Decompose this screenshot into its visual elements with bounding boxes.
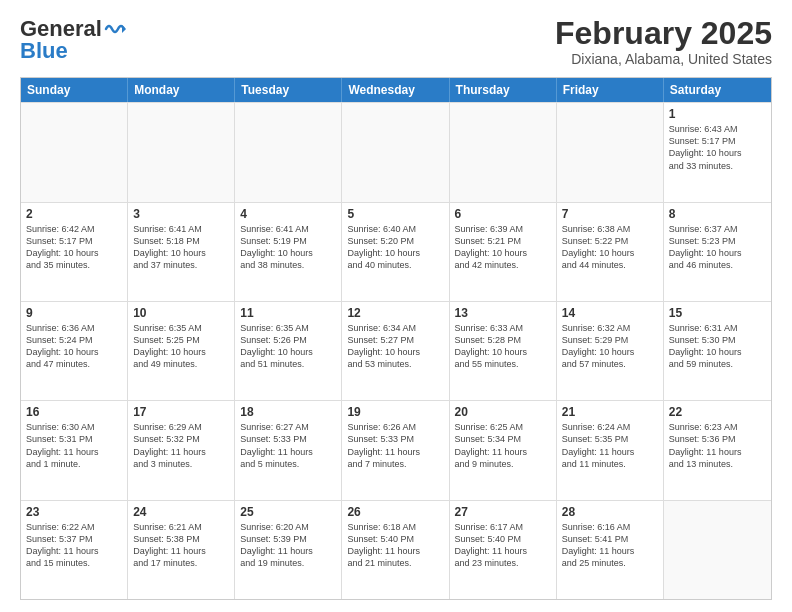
weekday-thursday: Thursday [450, 78, 557, 102]
cal-cell-r4-c7: 22Sunrise: 6:23 AM Sunset: 5:36 PM Dayli… [664, 401, 771, 499]
day-info: Sunrise: 6:39 AM Sunset: 5:21 PM Dayligh… [455, 223, 551, 272]
day-info: Sunrise: 6:41 AM Sunset: 5:19 PM Dayligh… [240, 223, 336, 272]
cal-cell-r1-c7: 1Sunrise: 6:43 AM Sunset: 5:17 PM Daylig… [664, 103, 771, 201]
day-info: Sunrise: 6:22 AM Sunset: 5:37 PM Dayligh… [26, 521, 122, 570]
day-info: Sunrise: 6:24 AM Sunset: 5:35 PM Dayligh… [562, 421, 658, 470]
day-number: 19 [347, 405, 443, 419]
cal-cell-r3-c4: 12Sunrise: 6:34 AM Sunset: 5:27 PM Dayli… [342, 302, 449, 400]
cal-cell-r5-c3: 25Sunrise: 6:20 AM Sunset: 5:39 PM Dayli… [235, 501, 342, 599]
day-info: Sunrise: 6:43 AM Sunset: 5:17 PM Dayligh… [669, 123, 766, 172]
day-info: Sunrise: 6:33 AM Sunset: 5:28 PM Dayligh… [455, 322, 551, 371]
cal-cell-r5-c5: 27Sunrise: 6:17 AM Sunset: 5:40 PM Dayli… [450, 501, 557, 599]
weekday-tuesday: Tuesday [235, 78, 342, 102]
cal-row-1: 1Sunrise: 6:43 AM Sunset: 5:17 PM Daylig… [21, 102, 771, 201]
day-number: 26 [347, 505, 443, 519]
day-number: 5 [347, 207, 443, 221]
day-number: 14 [562, 306, 658, 320]
day-number: 8 [669, 207, 766, 221]
day-number: 22 [669, 405, 766, 419]
day-number: 17 [133, 405, 229, 419]
day-number: 25 [240, 505, 336, 519]
cal-cell-r1-c6 [557, 103, 664, 201]
cal-cell-r1-c1 [21, 103, 128, 201]
day-number: 18 [240, 405, 336, 419]
cal-cell-r2-c6: 7Sunrise: 6:38 AM Sunset: 5:22 PM Daylig… [557, 203, 664, 301]
weekday-friday: Friday [557, 78, 664, 102]
day-number: 9 [26, 306, 122, 320]
cal-row-3: 9Sunrise: 6:36 AM Sunset: 5:24 PM Daylig… [21, 301, 771, 400]
cal-cell-r1-c5 [450, 103, 557, 201]
cal-cell-r5-c2: 24Sunrise: 6:21 AM Sunset: 5:38 PM Dayli… [128, 501, 235, 599]
cal-cell-r1-c4 [342, 103, 449, 201]
logo-wave-icon [104, 21, 126, 37]
cal-row-5: 23Sunrise: 6:22 AM Sunset: 5:37 PM Dayli… [21, 500, 771, 599]
weekday-sunday: Sunday [21, 78, 128, 102]
cal-cell-r3-c3: 11Sunrise: 6:35 AM Sunset: 5:26 PM Dayli… [235, 302, 342, 400]
day-info: Sunrise: 6:40 AM Sunset: 5:20 PM Dayligh… [347, 223, 443, 272]
day-info: Sunrise: 6:17 AM Sunset: 5:40 PM Dayligh… [455, 521, 551, 570]
logo-blue-text: Blue [20, 38, 68, 64]
day-info: Sunrise: 6:23 AM Sunset: 5:36 PM Dayligh… [669, 421, 766, 470]
day-number: 13 [455, 306, 551, 320]
cal-cell-r3-c2: 10Sunrise: 6:35 AM Sunset: 5:25 PM Dayli… [128, 302, 235, 400]
cal-cell-r4-c4: 19Sunrise: 6:26 AM Sunset: 5:33 PM Dayli… [342, 401, 449, 499]
svg-marker-0 [122, 25, 126, 33]
cal-cell-r4-c2: 17Sunrise: 6:29 AM Sunset: 5:32 PM Dayli… [128, 401, 235, 499]
cal-cell-r1-c2 [128, 103, 235, 201]
cal-cell-r4-c3: 18Sunrise: 6:27 AM Sunset: 5:33 PM Dayli… [235, 401, 342, 499]
day-info: Sunrise: 6:37 AM Sunset: 5:23 PM Dayligh… [669, 223, 766, 272]
day-info: Sunrise: 6:41 AM Sunset: 5:18 PM Dayligh… [133, 223, 229, 272]
day-number: 2 [26, 207, 122, 221]
day-number: 1 [669, 107, 766, 121]
day-number: 24 [133, 505, 229, 519]
logo: General Blue [20, 16, 126, 64]
day-number: 23 [26, 505, 122, 519]
day-info: Sunrise: 6:32 AM Sunset: 5:29 PM Dayligh… [562, 322, 658, 371]
cal-row-2: 2Sunrise: 6:42 AM Sunset: 5:17 PM Daylig… [21, 202, 771, 301]
day-number: 21 [562, 405, 658, 419]
day-info: Sunrise: 6:18 AM Sunset: 5:40 PM Dayligh… [347, 521, 443, 570]
weekday-monday: Monday [128, 78, 235, 102]
cal-cell-r3-c1: 9Sunrise: 6:36 AM Sunset: 5:24 PM Daylig… [21, 302, 128, 400]
cal-cell-r5-c7 [664, 501, 771, 599]
cal-cell-r3-c5: 13Sunrise: 6:33 AM Sunset: 5:28 PM Dayli… [450, 302, 557, 400]
location: Dixiana, Alabama, United States [555, 51, 772, 67]
cal-cell-r3-c7: 15Sunrise: 6:31 AM Sunset: 5:30 PM Dayli… [664, 302, 771, 400]
day-number: 15 [669, 306, 766, 320]
day-number: 20 [455, 405, 551, 419]
day-number: 11 [240, 306, 336, 320]
title-block: February 2025 Dixiana, Alabama, United S… [555, 16, 772, 67]
weekday-saturday: Saturday [664, 78, 771, 102]
cal-cell-r2-c7: 8Sunrise: 6:37 AM Sunset: 5:23 PM Daylig… [664, 203, 771, 301]
day-info: Sunrise: 6:29 AM Sunset: 5:32 PM Dayligh… [133, 421, 229, 470]
calendar-body: 1Sunrise: 6:43 AM Sunset: 5:17 PM Daylig… [21, 102, 771, 599]
day-info: Sunrise: 6:35 AM Sunset: 5:25 PM Dayligh… [133, 322, 229, 371]
day-number: 3 [133, 207, 229, 221]
day-info: Sunrise: 6:30 AM Sunset: 5:31 PM Dayligh… [26, 421, 122, 470]
header: General Blue February 2025 Dixiana, Alab… [20, 16, 772, 67]
day-info: Sunrise: 6:16 AM Sunset: 5:41 PM Dayligh… [562, 521, 658, 570]
day-number: 27 [455, 505, 551, 519]
cal-cell-r2-c3: 4Sunrise: 6:41 AM Sunset: 5:19 PM Daylig… [235, 203, 342, 301]
cal-cell-r2-c5: 6Sunrise: 6:39 AM Sunset: 5:21 PM Daylig… [450, 203, 557, 301]
cal-cell-r2-c2: 3Sunrise: 6:41 AM Sunset: 5:18 PM Daylig… [128, 203, 235, 301]
cal-cell-r5-c4: 26Sunrise: 6:18 AM Sunset: 5:40 PM Dayli… [342, 501, 449, 599]
day-info: Sunrise: 6:34 AM Sunset: 5:27 PM Dayligh… [347, 322, 443, 371]
day-info: Sunrise: 6:25 AM Sunset: 5:34 PM Dayligh… [455, 421, 551, 470]
cal-cell-r4-c1: 16Sunrise: 6:30 AM Sunset: 5:31 PM Dayli… [21, 401, 128, 499]
day-info: Sunrise: 6:31 AM Sunset: 5:30 PM Dayligh… [669, 322, 766, 371]
month-title: February 2025 [555, 16, 772, 51]
day-info: Sunrise: 6:26 AM Sunset: 5:33 PM Dayligh… [347, 421, 443, 470]
day-info: Sunrise: 6:21 AM Sunset: 5:38 PM Dayligh… [133, 521, 229, 570]
day-number: 28 [562, 505, 658, 519]
cal-cell-r4-c5: 20Sunrise: 6:25 AM Sunset: 5:34 PM Dayli… [450, 401, 557, 499]
day-info: Sunrise: 6:42 AM Sunset: 5:17 PM Dayligh… [26, 223, 122, 272]
day-number: 6 [455, 207, 551, 221]
page: General Blue February 2025 Dixiana, Alab… [0, 0, 792, 612]
calendar-header: Sunday Monday Tuesday Wednesday Thursday… [21, 78, 771, 102]
day-number: 10 [133, 306, 229, 320]
day-number: 4 [240, 207, 336, 221]
cal-cell-r2-c4: 5Sunrise: 6:40 AM Sunset: 5:20 PM Daylig… [342, 203, 449, 301]
day-info: Sunrise: 6:36 AM Sunset: 5:24 PM Dayligh… [26, 322, 122, 371]
cal-cell-r5-c1: 23Sunrise: 6:22 AM Sunset: 5:37 PM Dayli… [21, 501, 128, 599]
